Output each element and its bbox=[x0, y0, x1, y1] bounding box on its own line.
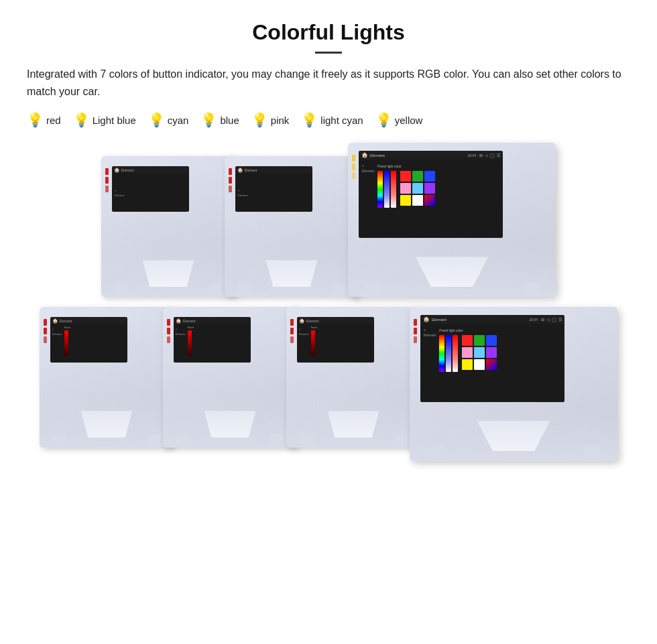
color-indicator-row: 💡 red 💡 Light blue 💡 cyan 💡 blue 💡 pink … bbox=[27, 112, 630, 128]
screen-6: 🏠 Element ≡ Element Panel bbox=[297, 317, 374, 363]
side-rail-4 bbox=[44, 319, 47, 343]
car-unit-7-large: 🏠 Element 20:04 ⊞ ◁ ◯ ☰ ≡ Element bbox=[410, 307, 617, 461]
bulb-red-icon: 💡 bbox=[27, 112, 44, 128]
page-container: Colorful Lights Integrated with 7 colors… bbox=[0, 0, 657, 474]
row-gap bbox=[27, 297, 630, 304]
bulb-blue-icon: 💡 bbox=[200, 112, 217, 128]
car-unit-1: 🏠 Element ≡ Element bbox=[101, 156, 235, 297]
screen-title-1: Element bbox=[121, 168, 133, 172]
bulb-yellow-icon: 💡 bbox=[375, 112, 392, 128]
title-divider bbox=[315, 52, 342, 54]
color-item-red: 💡 red bbox=[27, 112, 61, 128]
car-unit-6: 🏠 Element ≡ Element Panel bbox=[286, 307, 420, 448]
side-rail-5 bbox=[167, 319, 170, 343]
car-units-section: 🏠 Element ≡ Element bbox=[27, 143, 630, 461]
side-rail-6 bbox=[290, 319, 294, 343]
car-unit-3-large: 🏠 Element 20:04 ⊞ ◁ ◯ ☰ ≡ Element bbox=[348, 143, 556, 297]
color-label-cyan: cyan bbox=[168, 115, 189, 126]
side-rail-3 bbox=[352, 155, 355, 179]
car-unit-2: 🏠 Element ≡ Element bbox=[225, 156, 359, 297]
screen-5: 🏠 Element ≡ Element Panel bbox=[174, 317, 251, 363]
screen-1: 🏠 Element ≡ Element bbox=[112, 166, 189, 212]
bottom-row: 🏠 Element ≡ Element Panel bbox=[27, 307, 630, 461]
color-item-lightblue: 💡 Light blue bbox=[73, 112, 136, 128]
color-label-red: red bbox=[46, 115, 61, 126]
page-title: Colorful Lights bbox=[27, 20, 630, 45]
bulb-cyan-icon: 💡 bbox=[148, 112, 165, 128]
screen-2: 🏠 Element ≡ Element bbox=[235, 166, 312, 212]
car-unit-4: 🏠 Element ≡ Element Panel bbox=[40, 307, 174, 448]
color-label-yellow: yellow bbox=[395, 115, 423, 126]
color-label-lightblue: Light blue bbox=[93, 115, 136, 126]
color-item-blue: 💡 blue bbox=[200, 112, 239, 128]
bulb-lightcyan-icon: 💡 bbox=[301, 112, 318, 128]
screen-7-large: 🏠 Element 20:04 ⊞ ◁ ◯ ☰ ≡ Element bbox=[420, 315, 564, 402]
side-rail-7 bbox=[414, 319, 417, 343]
bulb-lightblue-icon: 💡 bbox=[73, 112, 90, 128]
top-row: 🏠 Element ≡ Element bbox=[27, 143, 630, 297]
side-rail-2 bbox=[229, 168, 232, 192]
side-rail-left bbox=[105, 168, 109, 192]
screen-4: 🏠 Element ≡ Element Panel bbox=[50, 317, 127, 363]
color-label-lightcyan: light cyan bbox=[320, 115, 363, 126]
color-item-lightcyan: 💡 light cyan bbox=[301, 112, 363, 128]
color-item-cyan: 💡 cyan bbox=[148, 112, 189, 128]
car-tab-left bbox=[115, 283, 128, 297]
color-label-pink: pink bbox=[271, 115, 290, 126]
screen-3-large: 🏠 Element 20:04 ⊞ ◁ ◯ ☰ ≡ Element bbox=[359, 151, 503, 238]
car-tab-right bbox=[208, 283, 222, 297]
bulb-pink-icon: 💡 bbox=[251, 112, 268, 128]
color-item-yellow: 💡 yellow bbox=[375, 112, 423, 128]
color-label-blue: blue bbox=[220, 115, 239, 126]
page-description: Integrated with 7 colors of button indic… bbox=[27, 66, 630, 100]
color-item-pink: 💡 pink bbox=[251, 112, 290, 128]
car-unit-5: 🏠 Element ≡ Element Panel bbox=[163, 307, 297, 448]
